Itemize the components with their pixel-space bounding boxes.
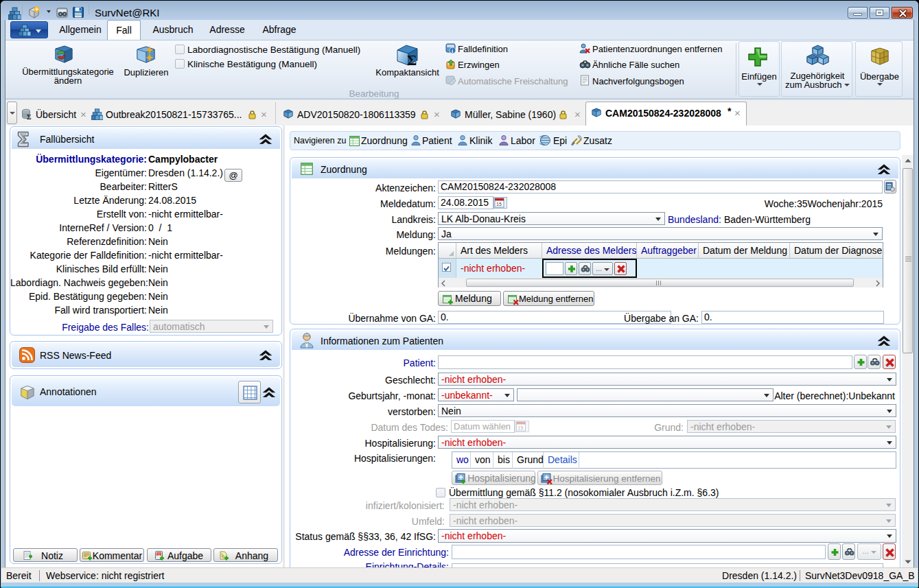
svg-text:12: 12 [157,553,161,556]
svg-text:Σ: Σ [27,113,32,120]
svg-text:Σ: Σ [407,51,417,67]
svg-text:15: 15 [496,202,502,207]
